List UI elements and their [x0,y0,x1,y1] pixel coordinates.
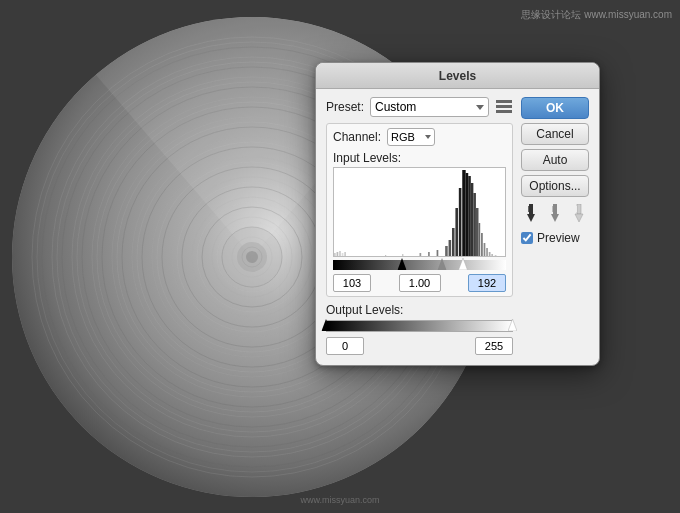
input-levels-label: Input Levels: [333,151,506,165]
svg-rect-37 [496,105,512,108]
histogram-container [333,167,506,257]
watermark-bottom: www.missyuan.com [300,495,379,505]
svg-point-35 [246,251,258,263]
svg-rect-56 [466,173,469,257]
svg-rect-41 [337,252,339,257]
dialog-titlebar: Levels [316,63,599,89]
svg-rect-59 [473,193,476,257]
svg-rect-49 [437,250,439,257]
input-white-handle[interactable] [458,258,467,273]
svg-rect-45 [385,255,386,257]
svg-rect-77 [552,206,553,212]
svg-rect-64 [486,248,488,257]
svg-rect-63 [484,243,486,257]
preset-row: Preset: Custom [326,97,513,117]
svg-rect-50 [445,246,448,257]
output-black-handle[interactable] [322,319,331,334]
svg-rect-65 [489,252,491,257]
preview-row: Preview [521,231,589,245]
svg-rect-46 [402,254,403,257]
levels-dialog: Levels Preset: Custom [315,62,600,366]
svg-rect-55 [462,170,465,257]
svg-rect-57 [468,176,471,257]
svg-rect-79 [576,206,577,212]
options-button[interactable]: Options... [521,175,589,197]
output-white-handle[interactable] [508,319,517,334]
watermark-top: 思缘设计论坛 www.missyuan.com [521,8,672,22]
preset-list-icon[interactable] [495,98,513,116]
gray-eyedropper[interactable] [545,203,565,223]
ok-button[interactable]: OK [521,97,589,119]
input-section: Channel: RGB Red Green Blue Input Levels… [326,123,513,297]
preview-label: Preview [537,231,580,245]
svg-marker-72 [322,319,331,331]
svg-rect-62 [481,233,483,257]
channel-select[interactable]: RGB Red Green Blue [387,128,435,146]
preset-select[interactable]: Custom [370,97,489,117]
svg-rect-38 [496,110,512,113]
dialog-body: Preset: Custom Channel: [316,89,599,365]
svg-rect-68 [498,256,500,257]
svg-rect-61 [478,223,480,257]
svg-rect-67 [495,255,497,257]
svg-marker-69 [398,258,407,270]
svg-rect-51 [449,240,452,257]
svg-rect-60 [476,208,479,257]
output-white-value[interactable]: 255 [475,337,513,355]
left-panel: Preset: Custom Channel: [326,97,513,355]
svg-rect-53 [455,208,458,257]
input-slider[interactable] [333,258,506,272]
preview-checkbox[interactable] [521,232,533,244]
black-eyedropper[interactable] [521,203,541,223]
svg-rect-76 [553,204,557,214]
channel-row: Channel: RGB Red Green Blue [333,128,506,146]
preset-label: Preset: [326,100,364,114]
output-values-row: 0 255 [326,337,513,355]
svg-rect-42 [339,251,341,257]
svg-rect-40 [334,253,336,257]
output-black-value[interactable]: 0 [326,337,364,355]
svg-marker-70 [437,258,446,270]
svg-rect-78 [577,204,581,214]
svg-rect-36 [496,100,512,103]
svg-rect-75 [528,206,529,212]
svg-rect-44 [344,252,346,257]
svg-rect-74 [529,204,533,214]
channel-label: Channel: [333,130,381,144]
input-values-row: 103 1.00 192 [333,274,506,292]
svg-rect-54 [459,188,462,257]
svg-rect-58 [471,183,474,257]
svg-rect-48 [428,252,430,257]
svg-marker-71 [458,258,467,270]
input-midtone-value[interactable]: 1.00 [399,274,441,292]
input-black-value[interactable]: 103 [333,274,371,292]
output-levels-label: Output Levels: [326,303,513,317]
dialog-title: Levels [439,69,476,83]
cancel-button[interactable]: Cancel [521,123,589,145]
white-eyedropper[interactable] [569,203,589,223]
svg-rect-66 [491,254,493,257]
output-section: Output Levels: 0 255 [326,303,513,355]
svg-marker-73 [508,319,517,331]
eyedropper-row [521,203,589,223]
input-white-value[interactable]: 192 [468,274,506,292]
output-slider[interactable] [326,319,513,335]
input-black-handle[interactable] [398,258,407,273]
svg-rect-43 [342,253,344,257]
auto-button[interactable]: Auto [521,149,589,171]
right-buttons: OK Cancel Auto Options... [521,97,589,355]
svg-rect-47 [420,253,422,257]
svg-rect-52 [452,228,455,257]
input-gray-handle[interactable] [437,258,446,273]
